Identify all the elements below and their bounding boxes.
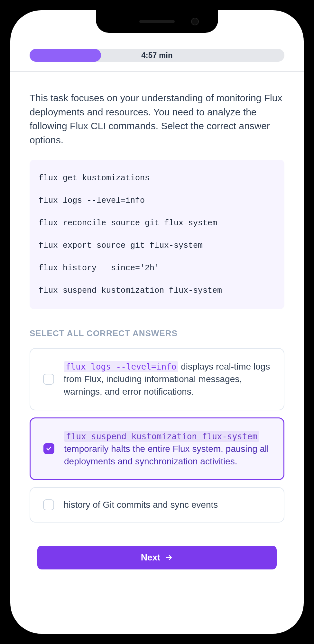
progress-bar: 4:57 min: [30, 49, 284, 62]
progress-fill: [30, 49, 101, 62]
answer-option-cutoff[interactable]: history of Git commits and sync events: [30, 487, 284, 523]
phone-frame: 4:57 min This task focuses on your under…: [0, 0, 314, 644]
check-icon: [46, 445, 52, 452]
answer-code-0: flux logs --level=info: [64, 361, 178, 372]
checkbox-1[interactable]: [43, 443, 54, 454]
arrow-right-icon: [165, 553, 173, 562]
answer-code-1: flux suspend kustomization flux-system: [64, 431, 259, 442]
front-camera: [191, 18, 199, 25]
screen: 4:57 min This task focuses on your under…: [10, 10, 304, 634]
code-block: flux get kustomizations flux logs --leve…: [30, 160, 284, 309]
content-area: 4:57 min This task focuses on your under…: [10, 10, 304, 634]
answer-option-1[interactable]: flux suspend kustomization flux-system t…: [30, 417, 284, 480]
answer-text-0: flux logs --level=info displays real-tim…: [64, 360, 271, 398]
next-label: Next: [141, 552, 161, 563]
question-prompt: This task focuses on your understanding …: [30, 91, 284, 147]
answer-cutoff-text: history of Git commits and sync events: [64, 500, 218, 510]
progress-section: 4:57 min: [10, 49, 304, 72]
answers-label: SELECT ALL CORRECT ANSWERS: [30, 328, 284, 338]
checkbox-cutoff[interactable]: [43, 499, 54, 510]
next-button[interactable]: Next: [37, 546, 277, 569]
answer-text-1: flux suspend kustomization flux-system t…: [64, 430, 271, 468]
answer-option-0[interactable]: flux logs --level=info displays real-tim…: [30, 348, 284, 410]
speaker-slot: [139, 20, 175, 23]
timer-label: 4:57 min: [141, 51, 172, 60]
question-body: This task focuses on your understanding …: [10, 72, 304, 523]
notch: [96, 10, 218, 33]
checkbox-0[interactable]: [43, 374, 54, 385]
answer-desc-1: temporarily halts the entire Flux system…: [64, 444, 269, 466]
